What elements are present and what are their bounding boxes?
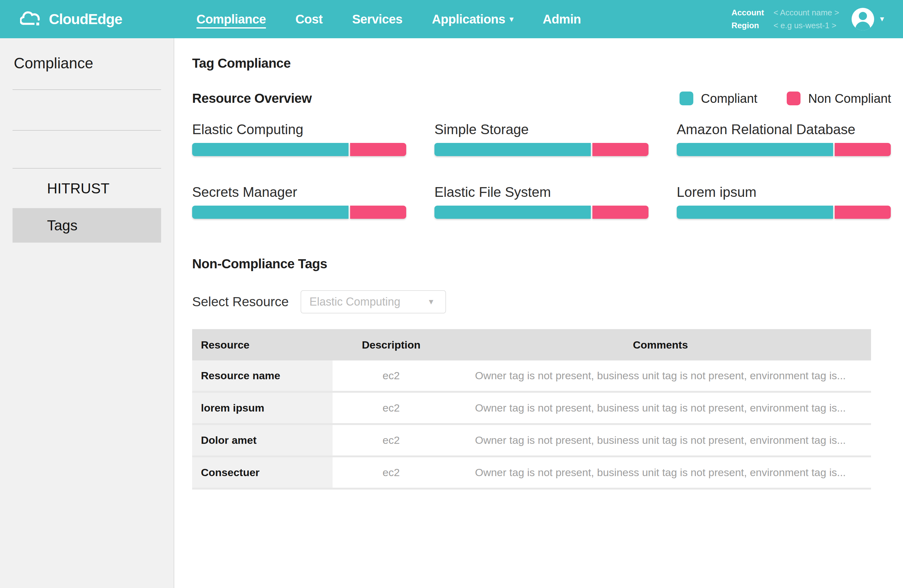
cell-description: ec2 <box>332 360 450 391</box>
user-menu[interactable]: ▼ <box>852 8 886 30</box>
user-avatar-icon <box>852 8 874 30</box>
noncompliant-bar-segment <box>350 206 406 219</box>
cell-description: ec2 <box>332 457 450 488</box>
cell-resource: lorem ipsum <box>192 393 332 423</box>
brand-name: CloudEdge <box>49 11 122 28</box>
brand[interactable]: CloudEdge <box>20 10 122 28</box>
cell-comments: Owner tag is not present, business unit … <box>450 360 871 391</box>
chevron-down-icon: ▾ <box>510 15 513 23</box>
compliance-bar <box>677 206 891 219</box>
top-navbar: CloudEdge Compliance Cost Services Appli… <box>0 0 903 38</box>
nav-item-services[interactable]: Services <box>352 12 403 26</box>
region-value[interactable]: < e.g us-west-1 > <box>774 21 839 30</box>
chevron-down-icon: ▼ <box>427 297 435 306</box>
noncompliant-bar-segment <box>592 206 648 219</box>
navbar-right: Account < Account name > Region < e.g us… <box>732 8 886 30</box>
cloud-logo-icon <box>20 10 42 28</box>
resource-grid: Elastic Computing Simple Storage Amazon … <box>192 122 891 219</box>
legend: Compliant Non Compliant <box>680 91 891 105</box>
cell-resource: Consectuer <box>192 457 332 488</box>
row-separator <box>192 488 871 490</box>
cell-comments: Owner tag is not present, business unit … <box>450 425 871 456</box>
compliance-bar <box>434 206 648 219</box>
sidebar-spacer <box>0 131 174 168</box>
resource-card: Elastic Computing <box>192 122 406 156</box>
cell-comments: Owner tag is not present, business unit … <box>450 457 871 488</box>
account-label: Account <box>732 8 764 17</box>
sidebar: Compliance HITRUSTTags <box>0 38 174 588</box>
resource-card: Lorem ipsum <box>677 184 891 219</box>
nav-item-admin[interactable]: Admin <box>543 12 581 26</box>
resource-name: Lorem ipsum <box>677 184 891 200</box>
table-row: Consectuer ec2 Owner tag is not present,… <box>192 457 871 488</box>
compliance-bar <box>677 143 891 156</box>
sidebar-title: Compliance <box>14 55 174 72</box>
table-header: Resource Description Comments <box>192 329 871 360</box>
cell-resource: Dolor amet <box>192 425 332 456</box>
noncompliant-bar-segment <box>350 143 406 156</box>
resource-name: Simple Storage <box>434 122 648 137</box>
compliant-swatch <box>680 91 693 105</box>
account-value[interactable]: < Account name > <box>774 8 839 17</box>
col-header-resource: Resource <box>192 339 332 351</box>
compliant-bar-segment <box>434 143 591 156</box>
compliant-bar-segment <box>677 143 833 156</box>
noncompliance-table: Resource Description Comments Resource n… <box>192 329 871 490</box>
chevron-down-icon: ▼ <box>879 15 886 23</box>
sidebar-item-hitrust[interactable]: HITRUST <box>13 169 161 208</box>
resource-select-value: Elastic Computing <box>309 295 400 308</box>
noncompliant-swatch <box>787 91 801 105</box>
resource-card: Secrets Manager <box>192 184 406 219</box>
cell-description: ec2 <box>332 393 450 423</box>
resource-select[interactable]: Elastic Computing ▼ <box>300 290 446 313</box>
compliance-bar <box>192 206 406 219</box>
compliant-bar-segment <box>677 206 833 219</box>
resource-card: Amazon Relational Database <box>677 122 891 156</box>
sidebar-spacer <box>0 90 174 130</box>
compliant-bar-segment <box>192 206 349 219</box>
compliance-bar <box>434 143 648 156</box>
table-body: Resource name ec2 Owner tag is not prese… <box>192 360 871 490</box>
nav-item-compliance[interactable]: Compliance <box>197 12 266 26</box>
noncompliant-bar-segment <box>592 143 648 156</box>
col-header-description: Description <box>332 339 450 351</box>
compliant-bar-segment <box>434 206 591 219</box>
table-row: lorem ipsum ec2 Owner tag is not present… <box>192 393 871 423</box>
table-row: Dolor amet ec2 Owner tag is not present,… <box>192 425 871 456</box>
legend-item-compliant: Compliant <box>680 91 757 105</box>
compliant-bar-segment <box>192 143 349 156</box>
compliance-bar <box>192 143 406 156</box>
resource-overview-heading: Resource Overview <box>192 91 311 106</box>
resource-name: Secrets Manager <box>192 184 406 200</box>
sidebar-item-tags[interactable]: Tags <box>13 208 161 242</box>
resource-card: Simple Storage <box>434 122 648 156</box>
region-label: Region <box>732 21 764 30</box>
table-row: Resource name ec2 Owner tag is not prese… <box>192 360 871 391</box>
noncompliant-bar-segment <box>835 206 891 219</box>
resource-name: Elastic File System <box>434 184 648 200</box>
legend-item-noncompliant: Non Compliant <box>787 91 891 105</box>
main-content: Tag Compliance Resource Overview Complia… <box>174 38 903 588</box>
noncompliance-tags-heading: Non-Compliance Tags <box>192 256 891 272</box>
resource-name: Elastic Computing <box>192 122 406 137</box>
page-title: Tag Compliance <box>192 56 891 71</box>
resource-card: Elastic File System <box>434 184 648 219</box>
noncompliant-bar-segment <box>835 143 891 156</box>
select-resource-label: Select Resource <box>192 294 289 309</box>
account-region-block: Account < Account name > Region < e.g us… <box>732 8 839 30</box>
cell-comments: Owner tag is not present, business unit … <box>450 393 871 423</box>
resource-name: Amazon Relational Database <box>677 122 891 137</box>
cell-resource: Resource name <box>192 360 332 391</box>
col-header-comments: Comments <box>450 339 871 351</box>
nav-item-cost[interactable]: Cost <box>295 12 322 26</box>
cell-description: ec2 <box>332 425 450 456</box>
nav-item-applications[interactable]: Applications ▾ <box>432 12 513 26</box>
main-nav: Compliance Cost Services Applications ▾ … <box>197 12 581 26</box>
